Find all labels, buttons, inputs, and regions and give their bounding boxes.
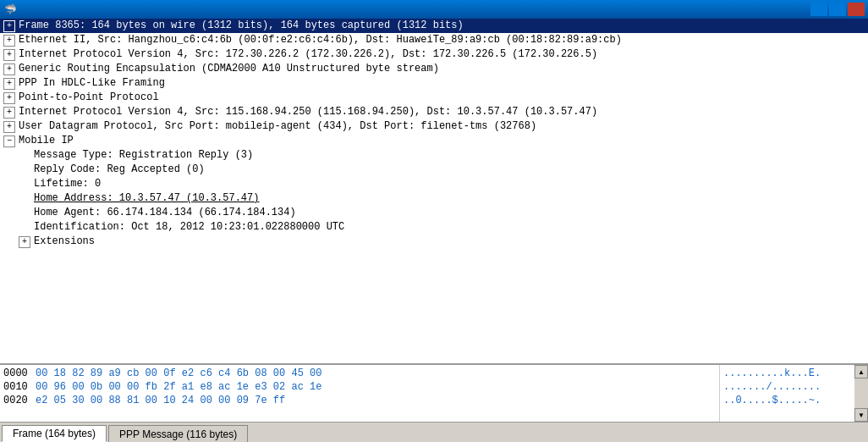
tree-row-lifetime[interactable]: Lifetime: 0 [0, 177, 868, 191]
expand-icon[interactable]: + [3, 121, 15, 133]
tree-row-text-mobile-ip: Mobile IP [19, 135, 74, 147]
expand-icon[interactable]: + [3, 35, 15, 47]
hex-bytes-1: 00 96 00 0b 00 00 fb 2f a1 e8 ac 1e e3 0… [36, 381, 716, 393]
hex-ascii-1: ......./........ [723, 381, 821, 393]
app-icon: 🦈 [3, 3, 17, 16]
hex-bytes-2: e2 05 30 00 88 81 00 10 24 00 00 09 7e f… [36, 395, 716, 406]
tree-row-text-home-address: Home Address: 10.3.57.47 (10.3.57.47) [34, 192, 259, 205]
tree-row-ipv4-inner[interactable]: +Internet Protocol Version 4, Src: 115.1… [0, 105, 868, 119]
tree-row-home-address[interactable]: Home Address: 10.3.57.47 (10.3.57.47) [0, 191, 868, 206]
expand-icon[interactable]: + [3, 64, 15, 75]
hex-right-panel: ..........k...E......../..........0.....… [719, 365, 854, 422]
tree-row-msg-type[interactable]: Message Type: Registration Reply (3) [0, 148, 868, 163]
tree-row-ipv4-outer[interactable]: +Internet Protocol Version 4, Src: 172.3… [0, 47, 868, 62]
tree-row-ethernet[interactable]: +Ethernet II, Src: Hangzhou_c6:c4:6b (00… [0, 33, 868, 47]
expand-icon[interactable]: + [3, 107, 15, 119]
tree-row-text-msg-type: Message Type: Registration Reply (3) [34, 149, 253, 162]
tree-row-mobile-ip[interactable]: −Mobile IP [0, 134, 868, 148]
minimize-button[interactable] [810, 3, 827, 16]
hex-offset-0: 0000 [3, 367, 32, 379]
hex-offset-1: 0010 [3, 381, 32, 393]
hex-dump: 000000 18 82 89 a9 cb 00 0f e2 c6 c4 6b … [0, 364, 868, 422]
hex-row-2: 0020e2 05 30 00 88 81 00 10 24 00 00 09 … [3, 394, 716, 407]
hex-ascii-row-0: ..........k...E. [723, 367, 851, 380]
tree-row-text-ppp: Point-to-Point Protocol [19, 91, 159, 104]
tree-row-ppp[interactable]: +Point-to-Point Protocol [0, 91, 868, 105]
hex-ascii-row-1: ......./........ [723, 380, 851, 394]
tree-row-text-ipv4-outer: Internet Protocol Version 4, Src: 172.30… [19, 48, 597, 61]
scroll-down-button[interactable]: ▼ [854, 408, 868, 422]
hex-left-panel: 000000 18 82 89 a9 cb 00 0f e2 c6 c4 6b … [0, 365, 719, 422]
title-left: 🦈 [3, 3, 20, 16]
title-bar: 🦈 [0, 0, 868, 19]
hex-scrollbar[interactable]: ▲ ▼ [854, 365, 868, 422]
expand-icon[interactable]: + [3, 20, 15, 32]
main-content: +Frame 8365: 164 bytes on wire (1312 bit… [0, 19, 868, 422]
expand-icon[interactable]: + [3, 78, 15, 90]
tree-row-text-ethernet: Ethernet II, Src: Hangzhou_c6:c4:6b (00:… [19, 34, 622, 47]
hex-ascii-2: ..0.....$.....~. [723, 395, 821, 406]
scroll-up-button[interactable]: ▲ [854, 365, 868, 378]
collapse-icon[interactable]: − [3, 135, 15, 147]
tree-row-udp[interactable]: +User Datagram Protocol, Src Port: mobil… [0, 119, 868, 134]
packet-tree[interactable]: +Frame 8365: 164 bytes on wire (1312 bit… [0, 19, 868, 364]
expand-icon[interactable]: + [3, 92, 15, 104]
tree-row-text-ppp-hdlc: PPP In HDLC-Like Framing [19, 77, 165, 90]
tree-row-text-identification: Identification: Oct 18, 2012 10:23:01.02… [34, 221, 344, 234]
expand-icon[interactable]: + [3, 49, 15, 61]
hex-ascii-row-2: ..0.....$.....~. [723, 394, 851, 407]
tree-row-reply-code[interactable]: Reply Code: Reg Accepted (0) [0, 163, 868, 177]
tree-row-text-frame: Frame 8365: 164 bytes on wire (1312 bits… [19, 19, 464, 32]
restore-button[interactable] [829, 3, 846, 16]
hex-ascii-0: ..........k...E. [723, 367, 821, 379]
bottom-tabs: Frame (164 bytes)PPP Message (116 bytes) [0, 422, 868, 442]
hex-bytes-0: 00 18 82 89 a9 cb 00 0f e2 c6 c4 6b 08 0… [36, 367, 716, 379]
window-controls [810, 3, 865, 16]
tree-row-text-lifetime: Lifetime: 0 [34, 178, 101, 191]
expand-icon[interactable]: + [19, 236, 30, 248]
tree-row-ppp-hdlc[interactable]: +PPP In HDLC-Like Framing [0, 76, 868, 91]
tree-row-gre[interactable]: +Generic Routing Encapsulation (CDMA2000… [0, 62, 868, 76]
tab-frame-tab[interactable]: Frame (164 bytes) [2, 425, 107, 442]
tree-row-text-ipv4-inner: Internet Protocol Version 4, Src: 115.16… [19, 106, 597, 119]
tab-ppp-tab[interactable]: PPP Message (116 bytes) [108, 425, 248, 442]
tree-row-identification[interactable]: Identification: Oct 18, 2012 10:23:01.02… [0, 220, 868, 235]
tree-row-home-agent[interactable]: Home Agent: 66.174.184.134 (66.174.184.1… [0, 206, 868, 220]
tree-row-text-reply-code: Reply Code: Reg Accepted (0) [34, 163, 205, 176]
tree-row-extensions[interactable]: +Extensions [0, 235, 868, 249]
tree-row-frame[interactable]: +Frame 8365: 164 bytes on wire (1312 bit… [0, 19, 868, 33]
scroll-track [855, 378, 867, 408]
tree-row-text-extensions: Extensions [34, 235, 95, 248]
tree-row-text-udp: User Datagram Protocol, Src Port: mobile… [19, 120, 536, 133]
close-button[interactable] [848, 3, 865, 16]
tree-row-text-home-agent: Home Agent: 66.174.184.134 (66.174.184.1… [34, 207, 296, 219]
hex-row-0: 000000 18 82 89 a9 cb 00 0f e2 c6 c4 6b … [3, 367, 716, 380]
tree-row-text-gre: Generic Routing Encapsulation (CDMA2000 … [19, 63, 439, 75]
hex-offset-2: 0020 [3, 395, 32, 406]
hex-row-1: 001000 96 00 0b 00 00 fb 2f a1 e8 ac 1e … [3, 380, 716, 394]
